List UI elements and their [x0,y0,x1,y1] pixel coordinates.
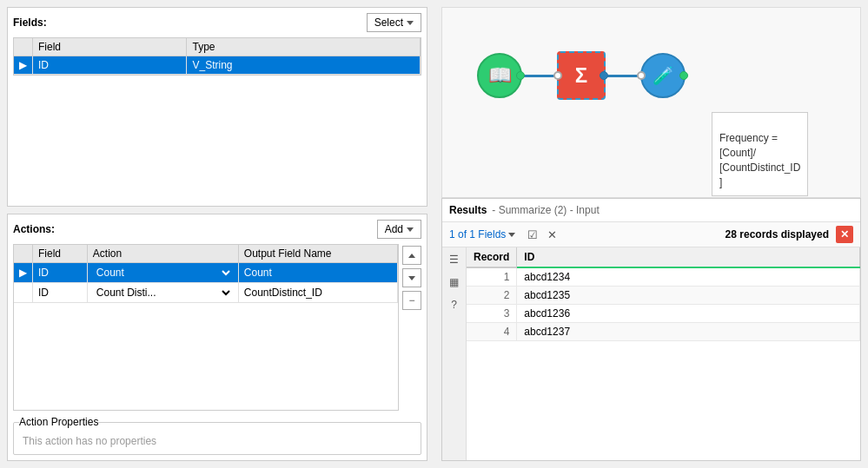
fields-col-field: Field [33,38,187,56]
formula-text: Frequency = [Count]/ [CountDistinct_ID ] [719,132,800,188]
row-arrow: ▶ [14,56,33,75]
action-properties-legend: Action Properties [19,416,98,428]
fields-col-arrow [14,38,33,56]
fields-section: Fields: Select Field Type ▶ ID [7,7,427,207]
actions-table-wrap: Field Action Output Field Name ▶ ID Coun… [13,244,421,411]
action-output-name: CountDistinct_ID [238,283,397,303]
action-select[interactable]: Count Count Distinct Sum [93,266,233,280]
flask-node[interactable]: 🧪 [640,53,686,98]
action-type: Count Count Distinct Sum [87,263,238,283]
record-number: 4 [467,323,517,341]
col-record: Record [467,247,517,267]
action-type: Count Disti... Count [87,283,238,303]
down-icon [408,276,415,280]
select-button[interactable]: Select [367,13,421,32]
actions-col-arrow [14,245,33,263]
connector-2 [606,75,640,77]
table-row[interactable]: 4abcd1237 [467,323,860,341]
fields-table-container: Field Type ▶ ID V_String [13,37,421,76]
add-chevron-icon [407,227,414,232]
record-number: 3 [467,305,517,323]
record-id: abcd1235 [517,287,860,305]
table-row[interactable]: 3abcd1236 [467,305,860,323]
fields-dropdown[interactable]: 1 of 1 Fields [449,228,515,241]
action-properties-text: This action has no properties [19,432,415,451]
list-icon[interactable]: ☰ [446,251,463,268]
node-input-dot [553,71,562,80]
flask-icon: 🧪 [653,65,674,86]
row-arrow: ▶ [14,263,33,283]
close-icon: ✕ [840,228,849,241]
book-node[interactable]: 📖 [477,53,522,98]
results-table: Record ID 1abcd12342abcd12353abcd12364ab… [467,247,860,341]
table-row[interactable]: 1abcd1234 [467,267,860,287]
select-chevron-icon [407,21,414,25]
results-side-icons: ☰ ▦ ? [442,247,467,460]
grid-icon[interactable]: ▦ [446,274,463,291]
record-id: abcd1237 [517,323,860,341]
actions-section: Actions: Add Field Action Output Field N… [7,214,427,461]
sigma-icon: Σ [575,63,587,88]
table-row[interactable]: ▶ ID Count Count Distinct Sum Count [14,263,398,283]
workflow: 📖 Σ 🧪 [477,51,686,100]
table-row[interactable]: 2abcd1235 [467,287,860,305]
book-icon: 📖 [488,64,512,87]
action-field: ID [33,283,88,303]
fields-dropdown-chevron [508,233,515,237]
node-output-dot [679,71,688,80]
table-row[interactable]: ID Count Disti... Count CountDistinct_ID [14,283,398,303]
action-field: ID [33,263,88,283]
node-input-dot [637,71,646,80]
select-btn-label: Select [374,16,403,29]
actions-table: Field Action Output Field Name ▶ ID Coun… [14,245,398,303]
fields-dropdown-label: 1 of 1 Fields [449,228,506,241]
fields-label: Fields: [13,16,47,29]
row-arrow [14,283,33,303]
field-type: V_String [187,56,421,75]
record-id: abcd1236 [517,305,860,323]
formula-box: Frequency = [Count]/ [CountDistinct_ID ] [712,112,808,196]
actions-label: Actions: [13,223,55,235]
action-select[interactable]: Count Disti... Count [93,286,233,300]
close-results-button[interactable]: ✕ [836,226,853,243]
records-count: 28 records displayed [726,228,829,241]
results-subtitle: - Summarize (2) - Input [492,204,599,216]
minus-icon: − [408,294,414,307]
node-output-dot [516,71,525,80]
table-row[interactable]: ▶ ID V_String [14,56,421,75]
record-number: 2 [467,287,517,305]
field-name: ID [33,56,187,75]
fields-header: Fields: Select [13,13,421,32]
record-number: 1 [467,267,517,287]
close-small-icon[interactable]: ✕ [545,227,559,241]
results-body: ☰ ▦ ? Record ID 1abcd12342abcd12353abcd1… [442,247,860,460]
record-id: abcd1234 [517,267,860,287]
fields-table: Field Type ▶ ID V_String [14,38,421,75]
results-header: Results - Summarize (2) - Input [442,199,860,222]
sum-node[interactable]: Σ [557,51,606,100]
col-id: ID [517,247,860,267]
add-button[interactable]: Add [377,220,421,239]
actions-col-field: Field [33,245,88,263]
results-table-header: Record ID [467,247,860,267]
right-panel: 📖 Σ 🧪 Frequency = [Count]/ [CountDistinc… [434,0,868,468]
help-icon[interactable]: ? [446,296,463,313]
fields-col-type: Type [187,38,421,56]
canvas-area: 📖 Σ 🧪 Frequency = [Count]/ [CountDistinc… [441,7,861,198]
actions-table-header: Field Action Output Field Name [14,245,398,263]
move-up-button[interactable] [402,246,421,265]
results-section: Results - Summarize (2) - Input 1 of 1 F… [441,198,861,461]
up-icon [408,254,415,258]
action-output-name: Count [238,263,397,283]
action-properties: Action Properties This action has no pro… [13,416,421,455]
results-toolbar-icons: ☑ ✕ [526,227,559,241]
remove-button[interactable]: − [402,291,421,310]
actions-buttons: − [402,244,421,411]
actions-table-container: Field Action Output Field Name ▶ ID Coun… [13,244,399,411]
node-output-dot [600,71,608,80]
actions-col-output: Output Field Name [238,245,397,263]
move-down-button[interactable] [402,268,421,287]
results-table-wrap: Record ID 1abcd12342abcd12353abcd12364ab… [467,247,860,460]
actions-header: Actions: Add [13,220,421,239]
check-icon[interactable]: ☑ [526,227,540,241]
